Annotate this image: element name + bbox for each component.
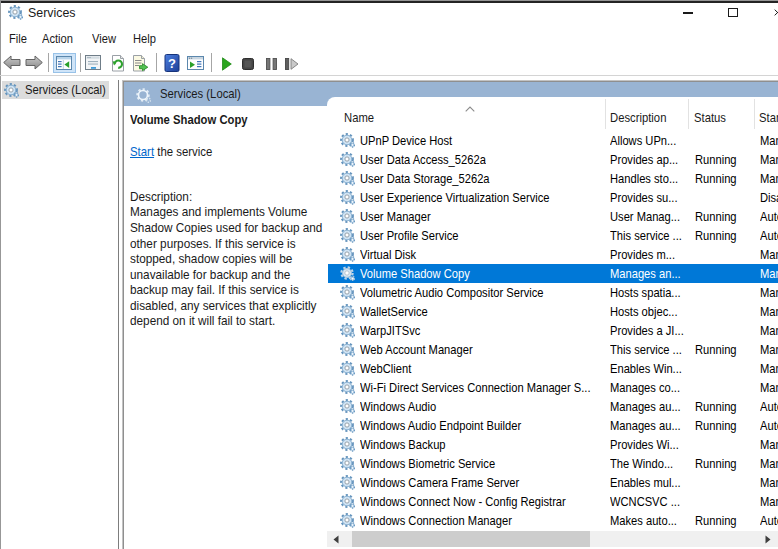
svg-text:?: ? (168, 56, 176, 71)
